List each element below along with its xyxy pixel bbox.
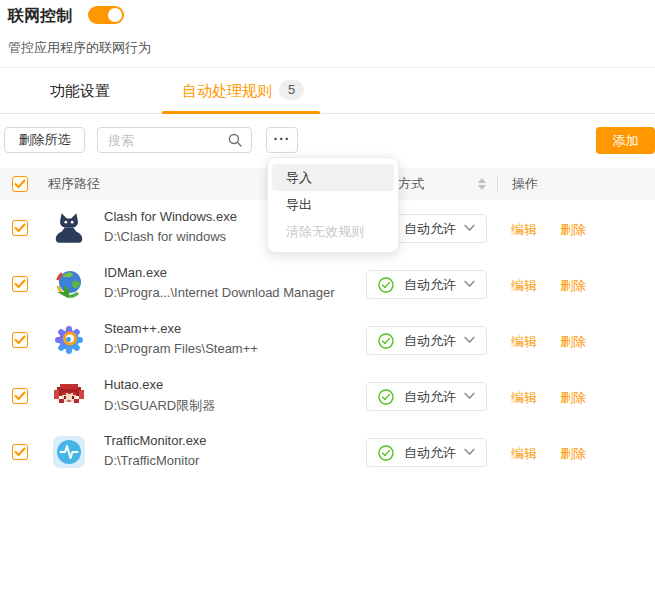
tab-bar: 功能设置 自动处理规则5 — [0, 68, 655, 114]
steampp-gear-icon — [52, 322, 86, 358]
menu-item-export[interactable]: 导出 — [272, 191, 394, 218]
clash-cat-icon — [52, 210, 86, 246]
row-checkbox[interactable] — [12, 332, 28, 348]
table-row: Hutao.exe D:\SGUARD限制器 自动允许 编辑 删除 — [0, 368, 655, 424]
app-path: D:\Progra...\Internet Download Manager — [104, 285, 335, 300]
row-checkbox[interactable] — [12, 220, 28, 236]
delete-link[interactable]: 删除 — [560, 389, 586, 407]
app-path: D:\Clash for windows — [104, 229, 226, 244]
method-label: 自动允许 — [404, 383, 456, 410]
app-name: Steam++.exe — [104, 321, 181, 336]
chevron-down-icon — [464, 224, 475, 232]
app-name: Clash for Windows.exe — [104, 209, 237, 224]
menu-item-import[interactable]: 导入 — [272, 164, 394, 191]
column-header-action: 操作 — [512, 168, 538, 200]
app-path: D:\TrafficMonitor — [104, 453, 199, 468]
app-path: D:\SGUARD限制器 — [104, 397, 215, 415]
method-label: 自动允许 — [404, 439, 456, 466]
search-input[interactable] — [108, 129, 226, 151]
edit-link[interactable]: 编辑 — [511, 333, 537, 351]
method-label: 自动允许 — [404, 327, 456, 354]
chevron-down-icon — [464, 336, 475, 344]
menu-item-clear-invalid: 清除无效规则 — [272, 218, 394, 245]
row-checkbox[interactable] — [12, 444, 28, 460]
chevron-down-icon — [464, 448, 475, 456]
check-circle-icon — [378, 277, 394, 293]
tab-auto-rules[interactable]: 自动处理规则5 — [182, 68, 304, 114]
app-name: IDMan.exe — [104, 265, 167, 280]
check-circle-icon — [378, 333, 394, 349]
active-tab-underline — [162, 111, 320, 114]
network-control-panel: 联网控制 管控应用程序的联网行为 功能设置 自动处理规则5 删除所选 ··· 添… — [0, 0, 655, 592]
delete-link[interactable]: 删除 — [560, 445, 586, 463]
edit-link[interactable]: 编辑 — [511, 389, 537, 407]
check-circle-icon — [378, 445, 394, 461]
search-icon — [228, 133, 242, 147]
tab-auto-rules-label: 自动处理规则 — [182, 82, 272, 99]
delete-link[interactable]: 删除 — [560, 333, 586, 351]
hutao-pixel-icon — [52, 378, 86, 414]
method-label: 自动允许 — [404, 271, 456, 298]
edit-link[interactable]: 编辑 — [511, 221, 537, 239]
delete-link[interactable]: 删除 — [560, 277, 586, 295]
network-toggle[interactable] — [88, 6, 124, 24]
search-box — [97, 127, 252, 153]
rules-count-badge: 5 — [279, 80, 304, 100]
edit-link[interactable]: 编辑 — [511, 277, 537, 295]
method-select[interactable]: 自动允许 — [366, 438, 487, 467]
sort-icon[interactable] — [478, 177, 486, 191]
chevron-down-icon — [464, 280, 475, 288]
delete-link[interactable]: 删除 — [560, 221, 586, 239]
select-all-checkbox[interactable] — [12, 176, 28, 192]
page-title: 联网控制 — [8, 6, 72, 27]
app-name: TrafficMonitor.exe — [104, 433, 207, 448]
column-header-path: 程序路径 — [48, 168, 100, 200]
table-row: Steam++.exe D:\Program Files\Steam++ 自动允… — [0, 312, 655, 368]
check-circle-icon — [378, 389, 394, 405]
table-row: IDMan.exe D:\Progra...\Internet Download… — [0, 256, 655, 312]
table-row: TrafficMonitor.exe D:\TrafficMonitor 自动允… — [0, 424, 655, 480]
app-path: D:\Program Files\Steam++ — [104, 341, 258, 356]
app-name: Hutao.exe — [104, 377, 163, 392]
toggle-knob — [108, 8, 122, 22]
traffic-monitor-icon — [52, 434, 86, 470]
edit-link[interactable]: 编辑 — [511, 445, 537, 463]
method-select[interactable]: 自动允许 — [366, 382, 487, 411]
add-rule-button[interactable]: 添加 — [596, 127, 655, 154]
more-actions-menu: 导入 导出 清除无效规则 — [267, 157, 399, 253]
method-label: 自动允许 — [404, 215, 456, 242]
method-select[interactable]: 自动允许 — [366, 326, 487, 355]
header-separator — [497, 177, 498, 191]
row-checkbox[interactable] — [12, 388, 28, 404]
method-select[interactable]: 自动允许 — [366, 270, 487, 299]
idm-globe-icon — [52, 266, 86, 302]
delete-selected-button[interactable]: 删除所选 — [4, 127, 85, 153]
more-actions-button[interactable]: ··· — [266, 127, 298, 153]
tab-function-settings[interactable]: 功能设置 — [50, 68, 110, 114]
page-subtitle: 管控应用程序的联网行为 — [8, 39, 151, 57]
row-checkbox[interactable] — [12, 276, 28, 292]
chevron-down-icon — [464, 392, 475, 400]
